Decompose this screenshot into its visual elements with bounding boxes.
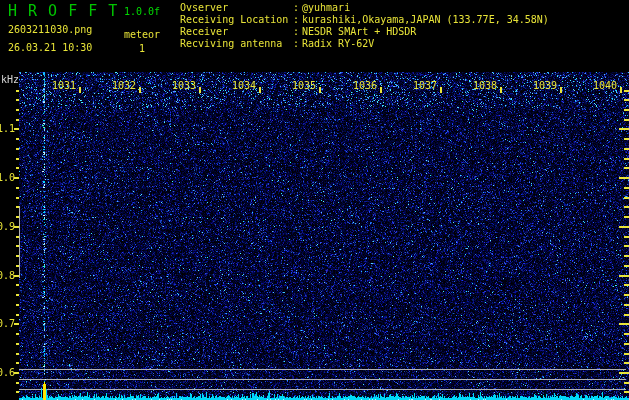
freq-minor-tick-left: [16, 99, 19, 101]
freq-minor-tick-left: [16, 90, 19, 92]
time-tick-label: 1038: [473, 80, 497, 92]
freq-major-tick-right: [619, 323, 629, 325]
freq-tick-label: 1.1: [0, 123, 15, 135]
time-tick: [319, 87, 321, 93]
freq-minor-tick-right: [624, 314, 629, 316]
freq-minor-tick-left: [16, 284, 19, 286]
freq-minor-tick-left: [16, 245, 19, 247]
freq-minor-tick-left: [16, 109, 19, 111]
time-tick-label: 1037: [413, 80, 437, 92]
time-tick-label: 1039: [533, 80, 557, 92]
time-tick: [139, 87, 141, 93]
time-tick-label: 1040: [593, 80, 617, 92]
freq-major-tick-right: [619, 372, 629, 374]
freq-minor-tick-right: [624, 148, 629, 150]
freq-minor-tick-right: [624, 90, 629, 92]
freq-minor-tick-right: [624, 362, 629, 364]
freq-minor-tick-right: [624, 353, 629, 355]
freq-minor-tick-right: [624, 167, 629, 169]
time-tick: [560, 87, 562, 93]
freq-minor-tick-left: [16, 236, 19, 238]
time-tick-label: 1031: [52, 80, 76, 92]
freq-tick-label: 0.6: [0, 367, 15, 379]
freq-minor-tick-left: [16, 197, 19, 199]
freq-major-tick-left: [14, 226, 19, 228]
time-tick-label: 1036: [353, 80, 377, 92]
freq-minor-tick-right: [624, 294, 629, 296]
freq-minor-tick-left: [16, 294, 19, 296]
freq-minor-tick-right: [624, 284, 629, 286]
freq-minor-tick-left: [16, 265, 19, 267]
freq-minor-tick-left: [16, 187, 19, 189]
time-tick-label: 1034: [232, 80, 256, 92]
freq-minor-tick-right: [624, 197, 629, 199]
freq-minor-tick-right: [624, 206, 629, 208]
freq-minor-tick-right: [624, 343, 629, 345]
freq-minor-tick-left: [16, 119, 19, 121]
time-tick: [259, 87, 261, 93]
freq-minor-tick-left: [16, 382, 19, 384]
time-tick: [500, 87, 502, 93]
freq-tick-label: 0.8: [0, 270, 15, 282]
freq-minor-tick-left: [16, 304, 19, 306]
freq-major-tick-left: [14, 177, 19, 179]
freq-tick-label: 0.9: [0, 221, 15, 233]
freq-minor-tick-left: [16, 148, 19, 150]
freq-major-tick-left: [14, 323, 19, 325]
freq-minor-tick-left: [16, 216, 19, 218]
freq-major-tick-left: [14, 372, 19, 374]
freq-minor-tick-right: [624, 158, 629, 160]
axes-layer: 1.11.00.90.80.70.61031103210331034103510…: [0, 0, 629, 400]
freq-minor-tick-right: [624, 304, 629, 306]
freq-minor-tick-left: [16, 333, 19, 335]
freq-minor-tick-right: [624, 255, 629, 257]
freq-minor-tick-left: [16, 314, 19, 316]
freq-major-tick-left: [14, 275, 19, 277]
time-tick: [79, 87, 81, 93]
time-tick: [199, 87, 201, 93]
freq-minor-tick-right: [624, 391, 629, 393]
freq-minor-tick-right: [624, 236, 629, 238]
freq-major-tick-right: [619, 275, 629, 277]
freq-minor-tick-left: [16, 391, 19, 393]
time-tick-label: 1035: [292, 80, 316, 92]
freq-major-tick-right: [619, 177, 629, 179]
freq-minor-tick-right: [624, 216, 629, 218]
freq-tick-label: 1.0: [0, 172, 15, 184]
freq-tick-label: 0.7: [0, 318, 15, 330]
freq-minor-tick-right: [624, 119, 629, 121]
time-tick: [380, 87, 382, 93]
freq-major-tick-right: [619, 128, 629, 130]
freq-minor-tick-left: [16, 206, 19, 208]
freq-minor-tick-left: [16, 255, 19, 257]
freq-minor-tick-right: [624, 109, 629, 111]
freq-minor-tick-left: [16, 167, 19, 169]
freq-major-tick-left: [14, 128, 19, 130]
time-tick-label: 1032: [112, 80, 136, 92]
freq-minor-tick-right: [624, 99, 629, 101]
freq-minor-tick-right: [624, 187, 629, 189]
time-tick-label: 1033: [172, 80, 196, 92]
freq-minor-tick-left: [16, 138, 19, 140]
freq-minor-tick-left: [16, 158, 19, 160]
freq-minor-tick-right: [624, 265, 629, 267]
freq-minor-tick-right: [624, 245, 629, 247]
freq-minor-tick-left: [16, 343, 19, 345]
hrofft-window: H R O F F T 1.0.0f 2603211030.png meteor…: [0, 0, 629, 400]
freq-minor-tick-right: [624, 138, 629, 140]
freq-minor-tick-right: [624, 333, 629, 335]
freq-minor-tick-right: [624, 382, 629, 384]
freq-minor-tick-left: [16, 362, 19, 364]
freq-minor-tick-left: [16, 353, 19, 355]
time-tick: [620, 87, 622, 93]
time-tick: [440, 87, 442, 93]
freq-major-tick-right: [619, 226, 629, 228]
